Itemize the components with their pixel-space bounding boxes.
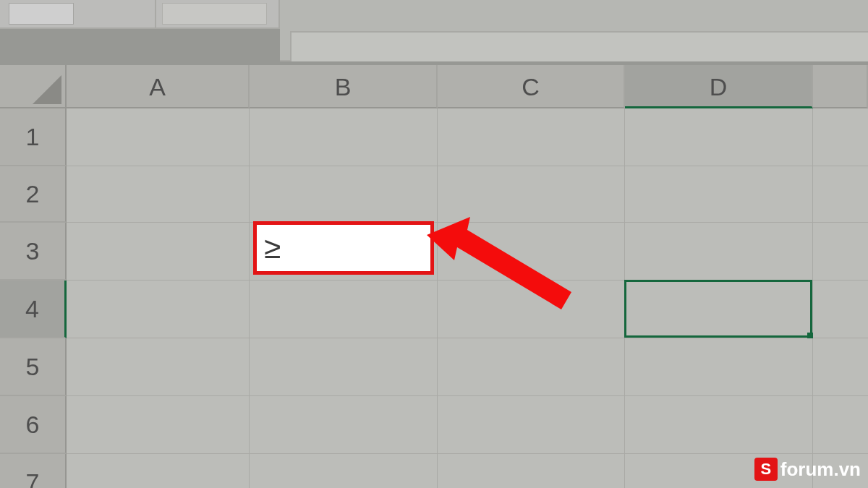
cell[interactable] — [813, 223, 868, 281]
cell[interactable] — [250, 166, 438, 223]
spreadsheet-screenshot: ABCD 1234567 ≥ S forum.vn — [0, 0, 868, 488]
row-header-1[interactable]: 1 — [0, 108, 67, 166]
row-headers: 1234567 — [0, 108, 67, 488]
cell[interactable] — [438, 281, 625, 338]
col-header-a[interactable]: A — [67, 65, 250, 108]
cell[interactable] — [250, 338, 438, 396]
cell[interactable] — [438, 454, 625, 488]
ribbon-left-group — [0, 0, 280, 29]
watermark-badge: S — [754, 458, 778, 481]
ribbon-right-group — [280, 0, 868, 61]
cell[interactable] — [438, 166, 625, 223]
cell[interactable] — [625, 108, 813, 166]
cell[interactable] — [438, 223, 625, 281]
highlighted-cell-b3[interactable]: ≥ — [253, 221, 434, 275]
row-header-4[interactable]: 4 — [0, 281, 67, 338]
name-box[interactable] — [9, 3, 74, 25]
cell[interactable] — [625, 396, 813, 454]
cell[interactable] — [67, 223, 250, 281]
watermark-text: forum.vn — [780, 458, 861, 481]
col-header-d[interactable]: D — [625, 65, 813, 108]
highlighted-cell-value: ≥ — [264, 231, 281, 265]
cell[interactable] — [67, 281, 250, 338]
cell[interactable] — [250, 396, 438, 454]
cell[interactable] — [813, 338, 868, 396]
cell[interactable] — [67, 396, 250, 454]
cell[interactable] — [813, 108, 868, 166]
column-headers: ABCD — [0, 65, 868, 108]
cell[interactable] — [67, 108, 250, 166]
cell[interactable] — [813, 166, 868, 223]
watermark: S forum.vn — [754, 458, 861, 481]
row-header-3[interactable]: 3 — [0, 223, 67, 281]
cell[interactable] — [250, 281, 438, 338]
cell[interactable] — [67, 338, 250, 396]
cell[interactable] — [250, 108, 438, 166]
select-all-corner[interactable] — [0, 65, 67, 108]
cell[interactable] — [625, 166, 813, 223]
svg-marker-0 — [33, 75, 61, 104]
select-all-triangle-icon — [33, 75, 61, 104]
cell[interactable] — [813, 396, 868, 454]
cell[interactable] — [438, 108, 625, 166]
ribbon-separator — [155, 0, 156, 29]
active-cell-outline[interactable] — [624, 280, 812, 338]
cell[interactable] — [813, 281, 868, 338]
row-header-6[interactable]: 6 — [0, 396, 67, 454]
spreadsheet-grid: ABCD 1234567 — [0, 65, 868, 488]
formula-bar-area[interactable] — [290, 31, 868, 61]
cell[interactable] — [438, 338, 625, 396]
ribbon-button[interactable] — [162, 3, 267, 25]
col-header-b[interactable]: B — [250, 65, 438, 108]
cell[interactable] — [625, 338, 813, 396]
row-header-7[interactable]: 7 — [0, 454, 67, 488]
cell[interactable] — [438, 396, 625, 454]
col-header-overflow — [813, 65, 868, 108]
col-header-c[interactable]: C — [438, 65, 625, 108]
cell[interactable] — [67, 454, 250, 488]
ribbon-fragment — [0, 0, 868, 61]
row-header-5[interactable]: 5 — [0, 338, 67, 396]
cell[interactable] — [67, 166, 250, 223]
cell[interactable] — [625, 223, 813, 281]
cell[interactable] — [250, 454, 438, 488]
row-header-2[interactable]: 2 — [0, 166, 67, 223]
